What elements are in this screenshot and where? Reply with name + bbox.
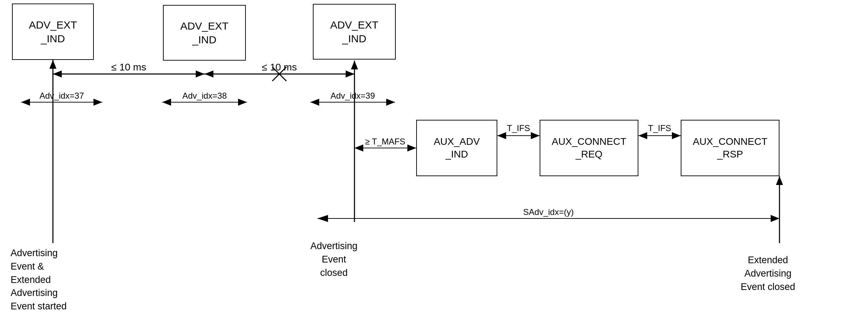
svg-marker-1 (49, 60, 56, 69)
aux-adv-ind-box: AUX_ADV _IND (416, 120, 497, 176)
aux-connect-rsp-box: AUX_CONNECT _RSP (681, 120, 779, 176)
adv-ext-ind-box-2: ADV_EXT _IND (163, 5, 246, 61)
svg-marker-3 (351, 61, 358, 69)
adv-event-start-label: AdvertisingEvent &ExtendedAdvertisingEve… (11, 247, 67, 313)
ext-adv-event-closed-label: ExtendedAdvertisingEvent closed (741, 254, 795, 294)
svg-marker-21 (162, 99, 171, 106)
svg-marker-30 (407, 144, 416, 152)
svg-marker-37 (638, 132, 647, 139)
svg-marker-12 (346, 70, 354, 78)
aux-connect-req-box: AUX_CONNECT _REQ (540, 120, 638, 176)
svg-marker-34 (531, 132, 540, 139)
svg-marker-7 (53, 70, 62, 78)
svg-marker-22 (238, 99, 247, 106)
diagram: ≤ 10 ms ≤ 10 ms Adv_idx=37 Adv_idx=38 Ad… (0, 0, 868, 321)
adv-ext-ind-box-3: ADV_EXT _IND (313, 4, 396, 60)
svg-text:Adv_idx=39: Adv_idx=39 (330, 91, 375, 100)
adv-ext-ind-label-1: ADV_EXT _IND (29, 18, 77, 45)
adv-ext-ind-label-2: ADV_EXT _IND (180, 19, 229, 47)
svg-text:≥ T_MAFS: ≥ T_MAFS (365, 137, 405, 146)
svg-marker-26 (386, 99, 395, 106)
svg-marker-38 (672, 132, 681, 139)
svg-marker-41 (317, 215, 328, 222)
svg-marker-25 (310, 99, 319, 106)
svg-text:≤ 10 ms: ≤ 10 ms (262, 62, 297, 73)
aux-connect-req-label: AUX_CONNECT _REQ (552, 135, 626, 161)
aux-connect-rsp-label: AUX_CONNECT _RSP (693, 135, 767, 161)
svg-marker-18 (93, 99, 102, 106)
svg-marker-17 (21, 99, 30, 106)
svg-text:T_IFS: T_IFS (648, 123, 671, 133)
svg-marker-11 (205, 70, 213, 78)
svg-marker-8 (196, 70, 205, 78)
adv-ext-ind-label-3: ADV_EXT _IND (330, 18, 378, 45)
aux-adv-ind-label: AUX_ADV _IND (434, 135, 480, 161)
svg-marker-33 (497, 132, 506, 139)
svg-marker-42 (771, 215, 779, 222)
svg-text:T_IFS: T_IFS (507, 123, 530, 133)
svg-text:Adv_idx=38: Adv_idx=38 (182, 91, 227, 100)
svg-marker-29 (354, 144, 363, 152)
svg-text:Adv_idx=37: Adv_idx=37 (40, 91, 84, 100)
svg-text:≤ 10 ms: ≤ 10 ms (111, 62, 146, 73)
svg-marker-5 (776, 176, 783, 185)
svg-text:SAdv_idx=(y): SAdv_idx=(y) (523, 207, 573, 217)
adv-event-closed-label: AdvertisingEventclosed (310, 240, 358, 279)
adv-ext-ind-box-1: ADV_EXT _IND (12, 4, 94, 60)
